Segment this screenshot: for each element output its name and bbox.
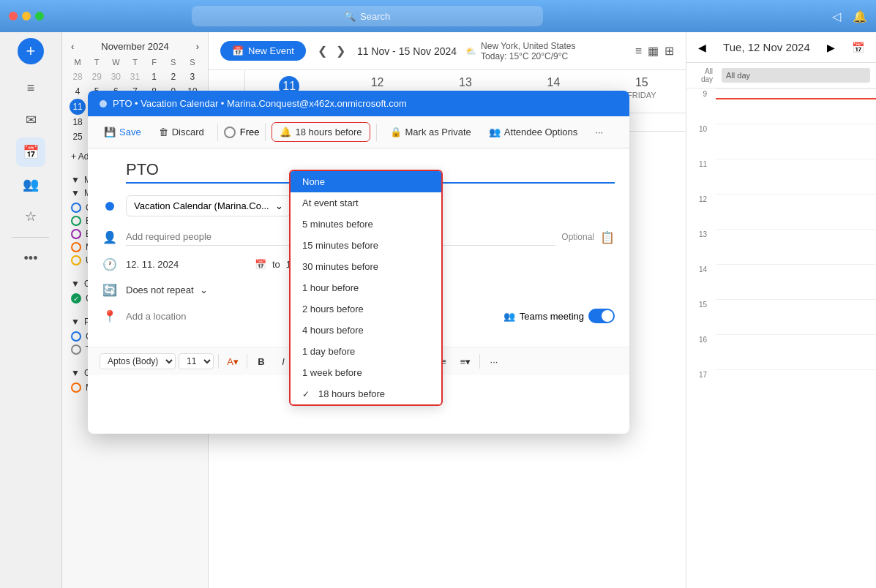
sidebar-separator bbox=[12, 237, 49, 238]
day-num: 14 bbox=[512, 76, 594, 89]
hour-col[interactable] bbox=[716, 299, 876, 334]
notification-icon[interactable]: 🔔 bbox=[853, 10, 867, 23]
mini-cal-day[interactable]: 28 bbox=[68, 69, 87, 84]
reminder-button[interactable]: 🔔 18 hours before bbox=[272, 122, 370, 142]
dropdown-item-5min[interactable]: 5 minutes before bbox=[291, 214, 441, 235]
hour-label: 16 bbox=[686, 334, 713, 369]
hour-row-17: 17 bbox=[686, 369, 876, 404]
chevron-down-icon: ⌄ bbox=[275, 200, 283, 211]
align-button[interactable]: ≡▾ bbox=[456, 352, 475, 371]
attendee-options-button[interactable]: 👥 Attendee Options bbox=[482, 123, 585, 141]
hour-row-14: 14 bbox=[686, 264, 876, 299]
weather-location: New York, United States bbox=[481, 41, 575, 51]
sidebar-hamburger[interactable]: ≡ bbox=[16, 73, 45, 102]
hour-label: 13 bbox=[686, 229, 713, 264]
hour-row-13: 13 bbox=[686, 229, 876, 264]
toolbar-separator bbox=[217, 124, 218, 141]
optional-button[interactable]: Optional bbox=[561, 232, 594, 242]
mini-cal-day[interactable]: 25 bbox=[68, 129, 87, 144]
dropdown-item-30min[interactable]: 30 minutes before bbox=[291, 256, 441, 277]
bold-button[interactable]: B bbox=[252, 352, 271, 371]
right-cal-next[interactable]: ▶ bbox=[827, 42, 835, 53]
mini-calendar-month: November 2024 bbox=[101, 41, 169, 52]
dropdown-item-18hr[interactable]: 18 hours before bbox=[291, 383, 441, 404]
dropdown-item-at-start[interactable]: At event start bbox=[291, 192, 441, 214]
search-bar[interactable]: 🔍 Search bbox=[192, 6, 543, 26]
dropdown-item-label: 4 hours before bbox=[302, 325, 364, 336]
back-icon[interactable]: ◁ bbox=[832, 10, 841, 23]
dropdown-item-1hr[interactable]: 1 hour before bbox=[291, 277, 441, 298]
cal-checkbox bbox=[71, 216, 81, 226]
mini-calendar-prev[interactable]: ‹ bbox=[71, 41, 74, 52]
dropdown-item-none[interactable]: None bbox=[291, 171, 441, 192]
mini-cal-day-today[interactable]: 11 bbox=[70, 99, 86, 115]
cal-checkbox bbox=[71, 331, 81, 342]
dropdown-item-1week[interactable]: 1 week before bbox=[291, 362, 441, 383]
mini-cal-day[interactable]: 30 bbox=[106, 69, 125, 84]
view-toggle-icon[interactable]: ≡ bbox=[635, 45, 642, 58]
sidebar-item-calendar[interactable]: 📅 bbox=[16, 137, 45, 167]
hour-col[interactable] bbox=[716, 88, 876, 124]
hour-col[interactable] bbox=[716, 194, 876, 229]
mini-cal-day[interactable]: 31 bbox=[125, 69, 144, 84]
hour-col[interactable] bbox=[716, 369, 876, 404]
minimize-button[interactable] bbox=[22, 12, 31, 20]
sidebar-item-mail[interactable]: ✉ bbox=[16, 105, 45, 135]
hour-col[interactable] bbox=[716, 124, 876, 159]
mini-cal-day[interactable]: 2 bbox=[164, 69, 183, 84]
dropdown-item-1day[interactable]: 1 day before bbox=[291, 341, 441, 362]
sidebar-item-contacts[interactable]: 👥 bbox=[16, 170, 45, 199]
mini-cal-day[interactable]: 3 bbox=[183, 69, 202, 84]
text-color-button[interactable]: A▾ bbox=[223, 352, 242, 371]
hour-col[interactable] bbox=[716, 334, 876, 369]
hour-col[interactable] bbox=[716, 229, 876, 264]
mini-cal-day[interactable]: 29 bbox=[87, 69, 106, 84]
hour-col[interactable] bbox=[716, 264, 876, 299]
right-cal-view-icon[interactable]: 📅 bbox=[852, 42, 864, 53]
date-range-label: 11 Nov - 15 Nov 2024 bbox=[357, 45, 457, 57]
date-nav: ❮ ❯ bbox=[315, 41, 348, 61]
more-options-button[interactable]: ··· bbox=[588, 123, 610, 141]
sidebar-item-favorites[interactable]: ☆ bbox=[16, 202, 45, 231]
new-event-sidebar-button[interactable]: + bbox=[18, 38, 44, 64]
calendar-picker-icon[interactable]: 📅 bbox=[255, 259, 266, 270]
dropdown-item-label: 1 day before bbox=[302, 346, 355, 357]
date-from-input[interactable] bbox=[209, 259, 249, 270]
dropdown-item-label: 15 minutes before bbox=[302, 240, 378, 251]
maximize-button[interactable] bbox=[35, 12, 44, 20]
right-cal-prev[interactable]: ◀ bbox=[698, 42, 706, 53]
sidebar-item-more[interactable]: ••• bbox=[16, 244, 45, 273]
nav-prev[interactable]: ❮ bbox=[315, 41, 330, 61]
view-expand-icon[interactable]: ▦ bbox=[648, 44, 659, 58]
more-format-button[interactable]: ··· bbox=[484, 352, 503, 371]
weather-temp: Today: 15°C 20°C/9°C bbox=[481, 51, 575, 61]
teams-toggle: 👥 Teams meeting bbox=[503, 309, 615, 323]
font-size-select[interactable]: 11 bbox=[209, 353, 214, 369]
hour-label: 14 bbox=[686, 264, 713, 299]
mini-calendar-header: ‹ November 2024 › bbox=[62, 38, 208, 55]
calendar-selector[interactable]: Vacation Calendar (Marina.Co... ⌄ bbox=[209, 195, 291, 216]
dropdown-item-label: 30 minutes before bbox=[302, 261, 378, 272]
dropdown-item-15min[interactable]: 15 minutes before bbox=[291, 235, 441, 256]
dropdown-item-4hr[interactable]: 4 hours before bbox=[291, 320, 441, 341]
mini-cal-day[interactable]: 4 bbox=[68, 84, 87, 99]
date-separator: to bbox=[272, 259, 280, 270]
teams-switch[interactable] bbox=[588, 309, 615, 323]
dropdown-item-2hr[interactable]: 2 hours before bbox=[291, 298, 441, 320]
new-event-button[interactable]: 📅 New Event bbox=[220, 41, 306, 61]
add-attendee-icon[interactable]: 📋 bbox=[600, 230, 615, 244]
view-grid-icon[interactable]: ⊞ bbox=[665, 44, 674, 58]
day-num: 13 bbox=[424, 76, 506, 89]
nav-next[interactable]: ❯ bbox=[333, 41, 348, 61]
mini-cal-day[interactable]: 1 bbox=[145, 69, 164, 84]
mark-private-button[interactable]: 🔒 Mark as Private bbox=[383, 123, 479, 141]
free-toggle[interactable]: Free bbox=[224, 127, 260, 138]
cal-checkbox bbox=[71, 344, 81, 355]
close-button[interactable] bbox=[9, 12, 18, 20]
hour-label: 15 bbox=[686, 299, 713, 334]
mini-cal-day[interactable]: 18 bbox=[68, 115, 87, 129]
mini-calendar-next[interactable]: › bbox=[196, 41, 199, 52]
dropdown-item-label: 18 hours before bbox=[318, 388, 385, 399]
discard-button[interactable]: 🗑 Discard bbox=[209, 123, 211, 141]
hour-col[interactable] bbox=[716, 159, 876, 194]
